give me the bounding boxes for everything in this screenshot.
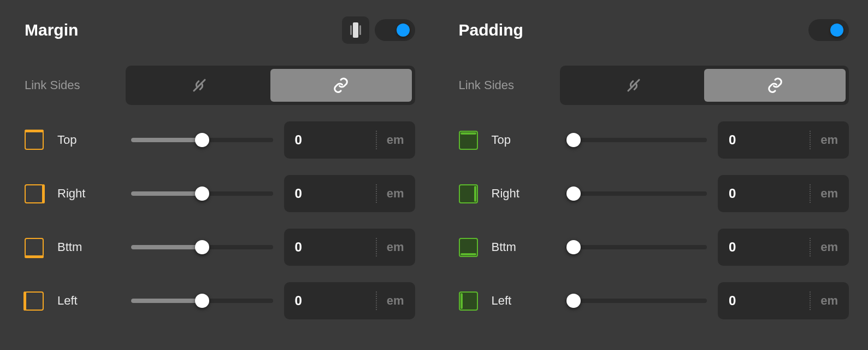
margin-right-value-input[interactable]: 0 <box>295 186 366 201</box>
padding-link-linked-option[interactable] <box>704 69 846 102</box>
padding-bottom-unit-select[interactable]: em <box>820 240 838 254</box>
padding-top-label: Top <box>492 133 560 147</box>
margin-top-icon <box>25 131 44 150</box>
margin-left-label: Left <box>57 294 126 308</box>
margin-bottom-icon <box>25 238 44 257</box>
margin-auto-icon <box>350 22 361 38</box>
padding-bottom-value-input[interactable]: 0 <box>729 240 800 255</box>
margin-title: Margin <box>25 21 78 39</box>
padding-right-row: Right 0 em <box>459 175 849 212</box>
padding-top-value-input[interactable]: 0 <box>729 132 800 148</box>
padding-left-row: Left 0 em <box>459 282 849 319</box>
padding-left-slider[interactable] <box>565 299 707 303</box>
padding-right-value-input[interactable]: 0 <box>729 186 800 201</box>
margin-top-row: Top 0 em <box>25 121 415 159</box>
margin-panel: Margin Link Sides <box>0 0 434 350</box>
padding-left-icon <box>459 291 478 311</box>
margin-right-unit-select[interactable]: em <box>387 186 404 201</box>
margin-left-slider[interactable] <box>131 299 273 303</box>
padding-left-unit-select[interactable]: em <box>820 294 838 308</box>
margin-top-label: Top <box>57 133 126 147</box>
padding-bottom-label: Bttm <box>492 240 560 254</box>
margin-left-value-input[interactable]: 0 <box>295 293 366 308</box>
padding-right-slider[interactable] <box>565 191 707 196</box>
padding-left-label: Left <box>492 294 560 308</box>
margin-left-icon <box>25 291 44 311</box>
unlink-icon <box>625 77 642 94</box>
margin-right-slider[interactable] <box>131 191 273 196</box>
margin-bottom-slider[interactable] <box>131 245 273 249</box>
margin-bottom-label: Bttm <box>57 240 126 254</box>
margin-link-sides-toggle[interactable] <box>126 66 415 105</box>
padding-link-sides-label: Link Sides <box>459 78 560 92</box>
padding-link-unlinked-option[interactable] <box>563 69 705 102</box>
padding-right-unit-select[interactable]: em <box>820 186 838 201</box>
padding-top-slider[interactable] <box>565 138 707 142</box>
padding-bottom-icon <box>459 238 478 257</box>
margin-top-unit-select[interactable]: em <box>387 133 404 147</box>
margin-right-icon <box>25 184 44 203</box>
padding-top-row: Top 0 em <box>459 121 849 159</box>
padding-bottom-row: Bttm 0 em <box>459 229 849 266</box>
padding-right-icon <box>459 184 478 203</box>
margin-bottom-value-input[interactable]: 0 <box>295 240 366 255</box>
margin-top-slider[interactable] <box>131 138 273 142</box>
padding-panel: Padding Link Sides <box>434 0 869 350</box>
margin-left-unit-select[interactable]: em <box>387 294 404 308</box>
margin-right-label: Right <box>57 186 126 201</box>
padding-top-unit-select[interactable]: em <box>820 133 838 147</box>
margin-enable-toggle[interactable] <box>375 19 415 41</box>
padding-right-label: Right <box>492 186 560 201</box>
unlink-icon <box>191 77 208 94</box>
padding-enable-toggle[interactable] <box>808 19 849 41</box>
padding-bottom-slider[interactable] <box>565 245 707 249</box>
link-icon <box>333 77 349 94</box>
margin-bottom-row: Bttm 0 em <box>25 229 415 266</box>
link-icon <box>767 77 783 94</box>
padding-left-value-input[interactable]: 0 <box>729 293 800 308</box>
margin-right-row: Right 0 em <box>25 175 415 212</box>
margin-auto-button[interactable] <box>342 16 369 44</box>
margin-bottom-unit-select[interactable]: em <box>387 240 404 254</box>
padding-title: Padding <box>459 21 523 39</box>
margin-link-sides-label: Link Sides <box>25 78 126 92</box>
margin-top-value-input[interactable]: 0 <box>295 132 366 148</box>
padding-top-icon <box>459 131 478 150</box>
margin-left-row: Left 0 em <box>25 282 415 319</box>
padding-link-sides-toggle[interactable] <box>560 66 849 105</box>
margin-link-unlinked-option[interactable] <box>129 69 270 102</box>
margin-link-linked-option[interactable] <box>270 69 412 102</box>
